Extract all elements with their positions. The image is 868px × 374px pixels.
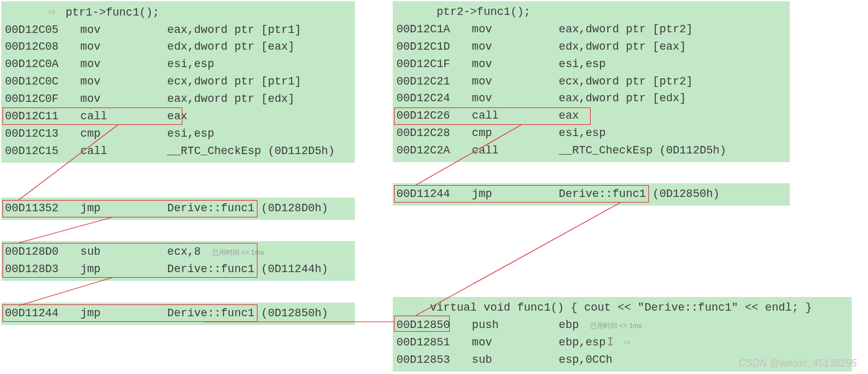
disasm-row: 00D11244 jmpDerive::func1 (0D12850h) [5, 305, 351, 322]
disasm-row: 00D12C21 movecx,dword ptr [ptr2] [396, 73, 786, 91]
disasm-block-left-jmp3: 00D11244 jmpDerive::func1 (0D12850h) [1, 303, 355, 325]
disasm-row: 00D128D0 subecx,8已用时间 <= 1ms [5, 244, 351, 261]
disasm-row: 00D12C1A moveax,dword ptr [ptr2] [396, 21, 786, 39]
text-cursor-icon: 𝙸 [607, 334, 614, 352]
disasm-row: 00D12C05 moveax,dword ptr [ptr1] [5, 22, 351, 39]
disasm-row: 00D12C08 movedx,dword ptr [eax] [5, 39, 351, 56]
watermark-text: CSDN @weixin_45138295 [738, 358, 857, 369]
source-line: virtual void func1() { cout << "Derive::… [396, 299, 848, 317]
svg-line-1 [19, 217, 112, 243]
disasm-row: 00D12C0C movecx,dword ptr [ptr1] [5, 73, 351, 91]
disasm-row: 00D12C28 cmpesi,esp [396, 125, 786, 142]
disasm-block-left-jmp2: 00D128D0 subecx,8已用时间 <= 1ms 00D128D3 jm… [1, 241, 355, 281]
disasm-block-right-jmp1: 00D11244 jmpDerive::func1 (0D12850h) [393, 183, 790, 206]
source-line: ⇨ ptr1->func1(); [5, 4, 351, 22]
disasm-row: 00D12C1F movesi,esp [396, 56, 786, 73]
disasm-row: 00D12C13 cmpesi,esp [5, 125, 351, 143]
disasm-row: 00D12C11 calleax [5, 108, 351, 125]
disasm-row: 00D12C26 calleax [396, 107, 786, 125]
disasm-block-left-main: ⇨ ptr1->func1(); 00D12C05 moveax,dword p… [1, 1, 355, 163]
disasm-row: 00D12C24 moveax,dword ptr [edx] [396, 90, 786, 107]
disasm-row: 00D12C15 call__RTC_CheckEsp (0D112D5h) [5, 143, 351, 160]
disasm-block-left-jmp1: 00D11352 jmpDerive::func1 (0D128D0h) [1, 198, 355, 220]
disasm-row: 00D11352 jmpDerive::func1 (0D128D0h) [5, 200, 351, 217]
disasm-row: 00D12C0F moveax,dword ptr [edx] [5, 91, 351, 108]
current-line-arrow-icon: ⇨ [620, 334, 634, 352]
disasm-row: 00D12851 movebp,esp𝙸 ⇨ [396, 334, 848, 352]
source-line: ptr2->func1(); [396, 4, 786, 21]
timing-hint: 已用时间 <= 1ms [590, 321, 642, 331]
disasm-row: 00D128D3 jmpDerive::func1 (0D11244h) [5, 261, 351, 278]
current-line-arrow-icon: ⇨ [45, 4, 59, 21]
disasm-row: 00D12850 pushebp已用时间 <= 1ms [396, 317, 848, 334]
disasm-row: 00D11244 jmpDerive::func1 (0D12850h) [396, 186, 786, 203]
disasm-row: 00D12C1D movedx,dword ptr [eax] [396, 39, 786, 56]
timing-hint: 已用时间 <= 1ms [212, 247, 264, 258]
disasm-row: 00D12C2A call__RTC_CheckEsp (0D112D5h) [396, 142, 786, 160]
disasm-block-right-main: ptr2->func1(); 00D12C1A moveax,dword ptr… [393, 1, 790, 162]
disasm-row: 00D12C0A movesi,esp [5, 56, 351, 73]
svg-line-2 [19, 278, 112, 306]
